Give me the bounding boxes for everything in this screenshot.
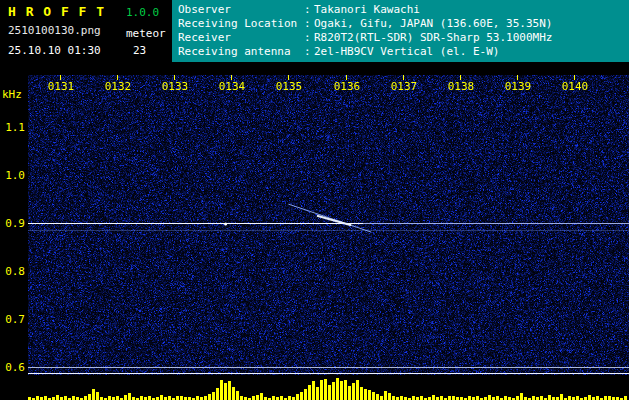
output-filename: 2510100130.png: [8, 24, 101, 37]
time-label: 0139: [503, 80, 533, 93]
time-label: 0140: [560, 80, 590, 93]
colon: :: [304, 45, 314, 59]
station-label: Receiving Location: [178, 17, 304, 31]
time-label: 0135: [274, 80, 304, 93]
app-title: H R O F F T: [8, 4, 105, 19]
time-label: 0131: [46, 80, 76, 93]
station-value: Takanori Kawachi: [314, 3, 420, 16]
y-axis-unit: kHz: [2, 88, 22, 101]
freq-label: 0.8: [0, 265, 25, 278]
station-info-panel: Observer:Takanori Kawachi Receiving Loca…: [172, 0, 629, 62]
station-row: Receiving antenna:2el-HB9CV Vertical (el…: [172, 45, 629, 59]
time-label: 0132: [103, 80, 133, 93]
time-label: 0138: [446, 80, 476, 93]
freq-label: 0.9: [0, 217, 25, 230]
station-row: Receiving Location:Ogaki, Gifu, JAPAN (1…: [172, 17, 629, 31]
time-label: 0137: [389, 80, 419, 93]
timestamp: 25.10.10 01:30: [8, 44, 101, 57]
spectrogram-canvas: [28, 75, 629, 375]
station-label: Receiving antenna: [178, 45, 304, 59]
echo-count: 23: [133, 44, 146, 57]
time-label: 0136: [332, 80, 362, 93]
station-value: R820T2(RTL-SDR) SDR-Sharp 53.1000MHz: [314, 31, 552, 44]
mode-label: meteor: [126, 27, 166, 40]
station-value: 2el-HB9CV Vertical (el. E-W): [314, 45, 499, 58]
hrofft-app-window: H R O F F T 1.0.0 2510100130.png meteor …: [0, 0, 629, 400]
time-label: 0133: [160, 80, 190, 93]
station-label: Observer: [178, 3, 304, 17]
station-row: Observer:Takanori Kawachi: [172, 3, 629, 17]
freq-label: 0.7: [0, 313, 25, 326]
station-row: Receiver:R820T2(RTL-SDR) SDR-Sharp 53.10…: [172, 31, 629, 45]
activity-histogram-canvas: [28, 377, 629, 400]
freq-label: 0.6: [0, 361, 25, 374]
colon: :: [304, 31, 314, 45]
freq-label: 1.1: [0, 121, 25, 134]
station-value: Ogaki, Gifu, JAPAN (136.60E, 35.35N): [314, 17, 552, 30]
station-label: Receiver: [178, 31, 304, 45]
colon: :: [304, 17, 314, 31]
time-label: 0134: [217, 80, 247, 93]
app-version: 1.0.0: [126, 6, 159, 19]
freq-label: 1.0: [0, 169, 25, 182]
colon: :: [304, 3, 314, 17]
